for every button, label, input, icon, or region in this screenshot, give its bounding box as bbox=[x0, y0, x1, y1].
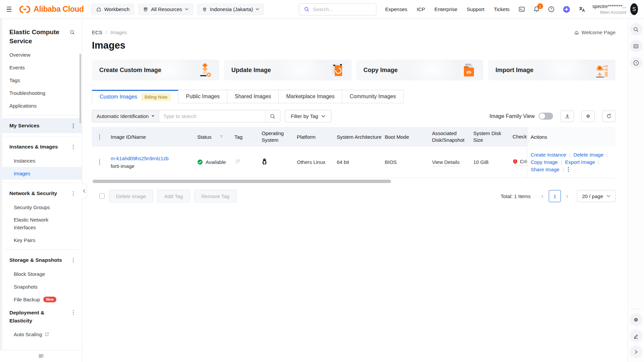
sidebar-collapse-handle[interactable] bbox=[82, 184, 87, 198]
sidebar-item-events[interactable]: Events bbox=[0, 61, 82, 74]
search-mode-dropdown[interactable]: Automatic Identification bbox=[92, 110, 159, 122]
tab-custom-images[interactable]: Custom Images Billing Note bbox=[92, 90, 178, 103]
add-tag-button[interactable]: Add Tag bbox=[157, 190, 190, 202]
enterprise-link[interactable]: Enterprise bbox=[434, 6, 457, 12]
image-id-link[interactable]: m-k1ahd09hs25n9rnlz1zb bbox=[111, 156, 169, 161]
next-page-button[interactable]: › bbox=[563, 192, 572, 200]
table-search-input[interactable] bbox=[163, 113, 261, 119]
sidebar-item-troubleshooting[interactable]: Troubleshooting bbox=[0, 86, 82, 99]
more-icon[interactable] bbox=[73, 146, 74, 147]
breadcrumb-ecs[interactable]: ECS bbox=[92, 29, 102, 35]
all-resources-dropdown[interactable]: All Resources bbox=[138, 4, 193, 15]
col-header-boot-mode[interactable]: Boot Mode bbox=[385, 134, 432, 140]
update-image-card[interactable]: Update Image bbox=[224, 60, 352, 80]
image-family-view-toggle[interactable] bbox=[539, 113, 553, 120]
language-switch-icon[interactable] bbox=[578, 6, 586, 13]
workbench-button[interactable]: Workbench bbox=[91, 4, 135, 15]
sidebar-search-icon[interactable] bbox=[69, 29, 75, 35]
sidebar-section-storage-snapshots[interactable]: Storage & Snapshots bbox=[0, 253, 82, 267]
tag-icon[interactable] bbox=[234, 159, 240, 165]
current-page[interactable]: 1 bbox=[549, 190, 561, 202]
page-size-select[interactable]: 20 / page bbox=[577, 190, 615, 202]
col-header-tag[interactable]: Tag bbox=[234, 134, 262, 140]
action-copy-image[interactable]: Copy Image bbox=[531, 159, 558, 166]
tab-shared-images[interactable]: Shared Images bbox=[227, 90, 279, 103]
tab-community-images[interactable]: Community Images bbox=[342, 90, 404, 103]
sidebar-section-instances-images[interactable]: Instances & Images bbox=[0, 139, 82, 154]
status-filter-icon[interactable] bbox=[219, 134, 224, 139]
avatar[interactable]: S bbox=[630, 3, 638, 15]
icp-link[interactable]: ICP bbox=[417, 6, 425, 12]
export-list-button[interactable] bbox=[560, 111, 574, 122]
support-link[interactable]: Support bbox=[467, 6, 485, 12]
col-header-architecture[interactable]: System Architecture bbox=[337, 134, 385, 140]
col-header-disk-size[interactable]: System Disk Size bbox=[473, 130, 513, 143]
sidebar-item-elastic-network-interfaces[interactable]: Elastic Network Interfaces bbox=[0, 214, 82, 234]
rail-survey-icon[interactable] bbox=[630, 40, 642, 52]
filter-by-tag-button[interactable]: Filter by Tag bbox=[285, 110, 331, 122]
terminal-icon[interactable] bbox=[518, 6, 525, 13]
col-header-status[interactable]: Status bbox=[197, 134, 234, 140]
sidebar-item-file-backup[interactable]: File Backup New bbox=[0, 293, 82, 306]
feedback-chat-icon[interactable] bbox=[38, 353, 44, 359]
sidebar-item-overview[interactable]: Overview bbox=[0, 48, 82, 61]
rail-settings-icon[interactable] bbox=[630, 313, 642, 326]
select-all-checkbox[interactable] bbox=[99, 134, 100, 140]
tickets-link[interactable]: Tickets bbox=[494, 6, 509, 12]
sidebar-item-security-groups[interactable]: Security Groups bbox=[0, 201, 82, 214]
rail-help-icon[interactable]: ? bbox=[630, 57, 642, 69]
sidebar-section-my-services[interactable]: My Services bbox=[0, 118, 82, 133]
copy-image-card[interactable]: Copy Image bbox=[356, 60, 484, 80]
rail-edit-icon[interactable] bbox=[630, 329, 642, 342]
action-delete-image[interactable]: Delete Image bbox=[574, 152, 603, 158]
action-create-instance[interactable]: Create Instance bbox=[531, 152, 566, 158]
footer-select-all-checkbox[interactable] bbox=[99, 193, 105, 199]
expenses-link[interactable]: Expenses bbox=[385, 6, 407, 12]
sidebar-item-auto-scaling[interactable]: Auto Scaling bbox=[0, 328, 82, 341]
col-header-id[interactable]: Image ID/Name bbox=[111, 134, 197, 140]
more-actions-icon[interactable] bbox=[567, 169, 572, 170]
action-export-image[interactable]: Export Image bbox=[565, 159, 595, 166]
help-icon[interactable]: ? bbox=[548, 6, 555, 13]
delete-image-button[interactable]: Delete Image bbox=[109, 190, 153, 202]
menu-icon[interactable] bbox=[7, 7, 11, 12]
rail-expand-icon[interactable] bbox=[630, 346, 642, 358]
import-image-card[interactable]: Import Image bbox=[488, 60, 615, 80]
view-details-link[interactable]: View Details bbox=[432, 159, 460, 166]
remove-tag-button[interactable]: Remove Tag bbox=[194, 190, 236, 202]
tab-public-images[interactable]: Public Images bbox=[178, 90, 227, 103]
sidebar-section-network-security[interactable]: Network & Security bbox=[0, 186, 82, 201]
more-icon[interactable] bbox=[73, 312, 74, 313]
notifications-bell-icon[interactable]: 1 bbox=[533, 6, 540, 13]
sidebar-section-deployment-elasticity[interactable]: Deployment & Elasticity bbox=[0, 306, 82, 328]
sidebar-item-instances[interactable]: Instances bbox=[0, 154, 82, 167]
col-header-os[interactable]: Operating System bbox=[262, 130, 297, 143]
sidebar-item-images[interactable]: Images bbox=[0, 167, 82, 180]
column-settings-button[interactable] bbox=[581, 111, 595, 122]
table-search-button[interactable] bbox=[265, 110, 280, 122]
sidebar-item-key-pairs[interactable]: Key Pairs bbox=[0, 234, 82, 246]
horizontal-scrollbar-thumb[interactable] bbox=[93, 180, 391, 183]
sidebar-item-applications[interactable]: Applications bbox=[0, 99, 82, 112]
more-icon[interactable] bbox=[73, 260, 74, 261]
account-info[interactable]: spectre********... Main Account bbox=[592, 3, 626, 15]
sidebar-item-block-storage[interactable]: Block Storage bbox=[0, 267, 82, 280]
welcome-page-link[interactable]: Welcome Page bbox=[574, 29, 615, 35]
sidebar-item-tags[interactable]: Tags bbox=[0, 74, 82, 86]
refresh-button[interactable] bbox=[602, 111, 615, 122]
billing-note-badge[interactable]: Billing Note bbox=[141, 93, 171, 101]
rail-search-icon[interactable] bbox=[630, 23, 642, 36]
col-header-associated[interactable]: Associated Disk/Snapshot bbox=[432, 130, 473, 143]
alibaba-cloud-logo[interactable]: Alibaba Cloud bbox=[19, 5, 84, 14]
col-header-platform[interactable]: Platform bbox=[297, 134, 337, 140]
more-icon[interactable] bbox=[73, 125, 74, 126]
create-custom-image-card[interactable]: Create Custom Image bbox=[92, 60, 219, 80]
sidebar-scrollbar[interactable] bbox=[79, 54, 81, 123]
tab-marketplace-images[interactable]: Marketplace Images bbox=[278, 90, 342, 103]
sidebar-item-snapshots[interactable]: Snapshots bbox=[0, 280, 82, 293]
global-search[interactable] bbox=[299, 3, 376, 15]
action-share-image[interactable]: Share Image bbox=[531, 166, 559, 173]
global-search-input[interactable] bbox=[313, 6, 372, 12]
more-icon[interactable] bbox=[73, 193, 74, 194]
region-selector[interactable]: Indonesia (Jakarta) bbox=[197, 4, 264, 15]
